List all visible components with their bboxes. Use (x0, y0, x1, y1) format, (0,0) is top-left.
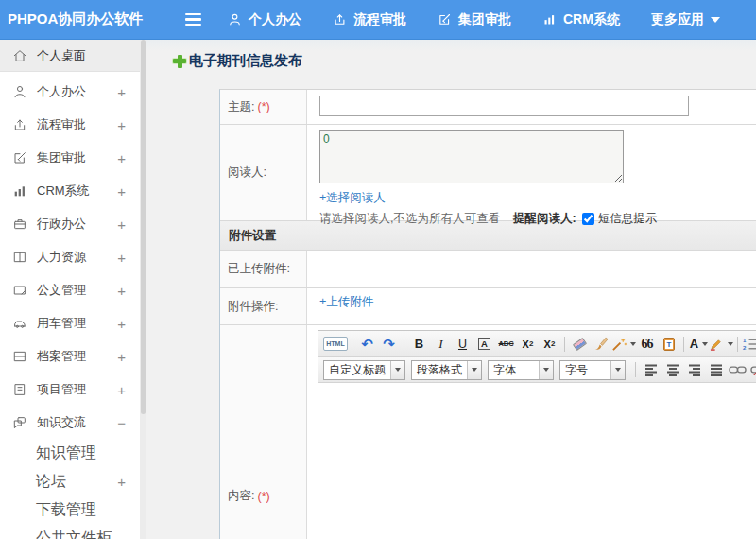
align-right-button[interactable] (683, 360, 705, 379)
insert-link-button[interactable] (727, 360, 748, 379)
sidebar-item-vehicle-management[interactable]: 用车管理 + (0, 306, 140, 339)
align-center-button[interactable] (662, 360, 683, 379)
sidebar-item-project-management[interactable]: 项目管理 + (0, 373, 140, 406)
nav-more-apps[interactable]: 更多应用 (651, 11, 720, 28)
sidebar-subitem-download-management[interactable]: 下载管理 (0, 496, 140, 524)
form-row-content: 内容: (*) HTML ↶ ↷ B (220, 325, 756, 539)
expand-toggle[interactable]: + (117, 83, 126, 99)
sidebar-item-archive-management[interactable]: 档案管理 + (0, 339, 140, 373)
expand-toggle[interactable]: + (117, 381, 126, 397)
select-readers-link[interactable]: +选择阅读人 (319, 190, 386, 206)
nav-personal-office[interactable]: 个人办公 (228, 11, 301, 28)
expand-toggle[interactable]: + (117, 249, 126, 265)
book-icon (12, 250, 27, 265)
align-left-button[interactable] (640, 360, 662, 379)
autotypeset-button[interactable] (612, 335, 636, 354)
menu-toggle-icon[interactable] (185, 13, 201, 26)
redo-button[interactable]: ↷ (378, 335, 400, 354)
subject-label: 主题: (228, 99, 254, 115)
sidebar-item-label: 个人办公 (37, 83, 86, 100)
expand-toggle[interactable]: + (117, 315, 126, 331)
expand-toggle[interactable]: − (117, 414, 126, 430)
share-up-icon (12, 117, 27, 132)
sidebar-item-knowledge-exchange[interactable]: 知识交流 − (0, 406, 140, 439)
underline-button[interactable]: U (452, 335, 473, 354)
superscript-button[interactable]: X2 (517, 335, 539, 354)
sidebar-scrollbar[interactable] (140, 40, 146, 539)
expand-toggle[interactable]: + (117, 183, 126, 199)
sidebar-subitem-public-file-cabinet[interactable]: 公共文件柜 (0, 524, 140, 539)
edit-icon (12, 150, 27, 165)
magic-wand-icon (612, 337, 627, 351)
align-center-icon (665, 363, 680, 377)
car-icon (12, 316, 27, 331)
scrollbar-thumb[interactable] (141, 40, 146, 414)
expand-toggle[interactable]: + (117, 116, 126, 132)
sidebar-item-label: 流程审批 (37, 116, 86, 133)
bar-chart-icon (12, 183, 27, 199)
readers-textarea[interactable]: 0 (319, 130, 624, 183)
sidebar-item-personal-desktop[interactable]: 个人桌面 (0, 40, 140, 72)
chat-icon (12, 415, 27, 430)
sidebar-subitem-knowledge-management[interactable]: 知识管理 (0, 439, 140, 467)
align-left-icon (644, 363, 659, 377)
expand-toggle[interactable]: + (117, 216, 126, 232)
highlight-color-button[interactable] (710, 335, 733, 354)
sidebar-item-label: 人力资源 (37, 249, 86, 266)
sms-notify-checkbox[interactable] (582, 213, 594, 225)
nav-workflow-approval[interactable]: 流程审批 (333, 11, 406, 28)
sidebar-item-label: 论坛 (36, 472, 66, 492)
html-source-button[interactable]: HTML (323, 337, 348, 351)
ordered-list-button[interactable]: 12 (742, 335, 756, 354)
blockquote-button[interactable]: 66 (636, 335, 658, 354)
chevron-down-icon (395, 368, 401, 372)
upload-attachment-link[interactable]: +上传附件 (319, 294, 373, 310)
expand-toggle[interactable]: + (117, 282, 126, 298)
expand-toggle[interactable]: + (117, 474, 126, 490)
sidebar-item-group-approval[interactable]: 集团审批 + (0, 141, 140, 174)
subscript-button[interactable]: X2 (539, 335, 560, 354)
svg-text:1: 1 (743, 338, 747, 343)
font-size-select[interactable]: 字号 (559, 360, 626, 380)
nav-group-approval[interactable]: 集团审批 (438, 11, 511, 28)
strikethrough-button[interactable]: ABC (495, 335, 517, 354)
archive-icon (12, 349, 27, 364)
chevron-down-icon (543, 368, 549, 372)
editor-content-area[interactable] (318, 383, 756, 539)
remove-format-button[interactable] (569, 335, 591, 354)
expand-toggle[interactable]: + (117, 149, 126, 165)
sidebar-item-label: 公文管理 (37, 282, 86, 299)
undo-button[interactable]: ↶ (356, 335, 378, 354)
sidebar-item-human-resources[interactable]: 人力资源 + (0, 240, 140, 273)
font-color-button[interactable]: A (688, 335, 710, 354)
sidebar-item-administrative-office[interactable]: 行政办公 + (0, 207, 140, 240)
sidebar-item-workflow-approval[interactable]: 流程审批 + (0, 108, 140, 141)
uploaded-attachments-label: 已上传附件: (228, 261, 290, 277)
format-brush-button[interactable] (591, 335, 612, 354)
nav-label: 集团审批 (458, 11, 511, 28)
sidebar-item-document-management[interactable]: 公文管理 + (0, 273, 140, 306)
font-family-select[interactable]: 字体 (488, 360, 554, 380)
uploaded-attachments-value (307, 251, 756, 287)
top-navigation: 个人办公 流程审批 集团审批 CRM系统 更多应用 (228, 11, 720, 28)
body: 个人桌面 个人办公 + 流程审批 + 集团审批 + (0, 40, 756, 539)
nav-crm-system[interactable]: CRM系统 (542, 11, 620, 28)
align-right-icon (687, 363, 702, 377)
paste-as-text-button[interactable] (658, 335, 679, 354)
italic-button[interactable]: I (430, 335, 452, 354)
bold-button[interactable]: B (408, 335, 430, 354)
justify-button[interactable] (705, 360, 727, 379)
heading-select[interactable]: 自定义标题 (323, 360, 405, 380)
sidebar-item-crm-system[interactable]: CRM系统 + (0, 174, 140, 207)
paragraph-format-select[interactable]: 段落格式 (411, 360, 482, 380)
subject-input[interactable] (319, 96, 689, 116)
unlink-button[interactable] (748, 360, 756, 379)
nav-label: 流程审批 (353, 11, 406, 28)
nav-label: 更多应用 (651, 11, 704, 28)
app-logo[interactable]: PHPOA协同办公软件 (0, 10, 185, 28)
expand-toggle[interactable]: + (117, 348, 126, 364)
attachment-section-title: 附件设置 (229, 228, 276, 244)
sidebar-subitem-forum[interactable]: 论坛 + (0, 467, 140, 496)
inline-style-button[interactable]: A (473, 335, 495, 354)
sidebar-item-personal-office[interactable]: 个人办公 + (0, 75, 140, 108)
